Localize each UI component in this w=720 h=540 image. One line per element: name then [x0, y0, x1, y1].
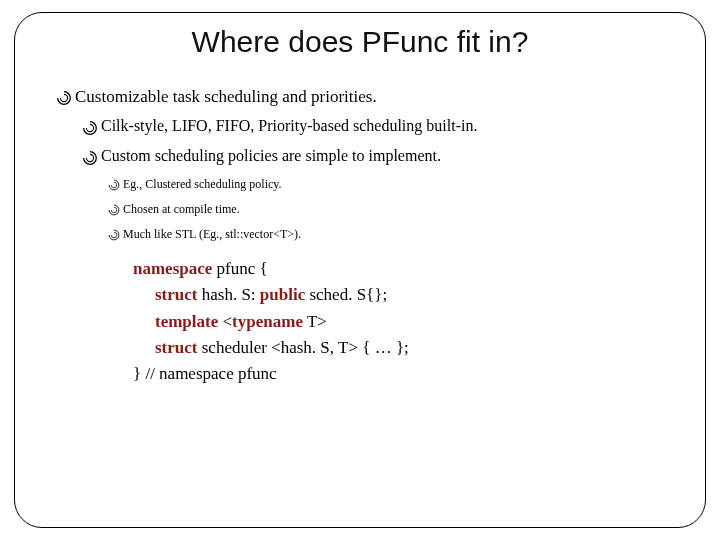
bullet-text: Custom scheduling policies are simple to…	[101, 147, 441, 165]
code-line: namespace pfunc {	[133, 256, 665, 282]
swirl-icon	[107, 203, 121, 217]
slide-title: Where does PFunc fit in?	[55, 25, 665, 59]
bullet-text: Customizable task scheduling and priorit…	[75, 87, 377, 107]
keyword: template	[155, 312, 218, 331]
swirl-icon	[81, 119, 99, 137]
swirl-icon	[107, 228, 121, 242]
bullet-level2: Chosen at compile time.	[107, 202, 665, 217]
bullet-level0: Customizable task scheduling and priorit…	[55, 87, 665, 107]
code-text: scheduler <hash. S, T> { … };	[197, 338, 408, 357]
keyword: struct	[155, 338, 197, 357]
bullet-text: Eg., Clustered scheduling policy.	[123, 177, 282, 192]
code-line: struct hash. S: public sched. S{};	[133, 282, 665, 308]
swirl-icon	[107, 178, 121, 192]
bullet-text: Chosen at compile time.	[123, 202, 240, 217]
code-line: template <typename T>	[133, 309, 665, 335]
keyword: public	[260, 285, 305, 304]
code-line: } // namespace pfunc	[133, 361, 665, 387]
slide-frame: Where does PFunc fit in? Customizable ta…	[14, 12, 706, 528]
code-text: <	[218, 312, 232, 331]
keyword: struct	[155, 285, 197, 304]
keyword: typename	[232, 312, 303, 331]
bullet-level2: Eg., Clustered scheduling policy.	[107, 177, 665, 192]
code-text: hash. S:	[197, 285, 259, 304]
bullet-level2: Much like STL (Eg., stl::vector<T>).	[107, 227, 665, 242]
bullet-level1: Custom scheduling policies are simple to…	[81, 147, 665, 167]
bullet-level1: Cilk-style, LIFO, FIFO, Priority-based s…	[81, 117, 665, 137]
bullet-text: Cilk-style, LIFO, FIFO, Priority-based s…	[101, 117, 477, 135]
code-text: } // namespace pfunc	[133, 364, 277, 383]
keyword: namespace	[133, 259, 212, 278]
code-text: sched. S{};	[305, 285, 387, 304]
code-text: T>	[303, 312, 327, 331]
bullet-text: Much like STL (Eg., stl::vector<T>).	[123, 227, 301, 242]
code-block: namespace pfunc { struct hash. S: public…	[133, 256, 665, 388]
swirl-icon	[81, 149, 99, 167]
code-line: struct scheduler <hash. S, T> { … };	[133, 335, 665, 361]
code-text: pfunc {	[212, 259, 267, 278]
swirl-icon	[55, 89, 73, 107]
